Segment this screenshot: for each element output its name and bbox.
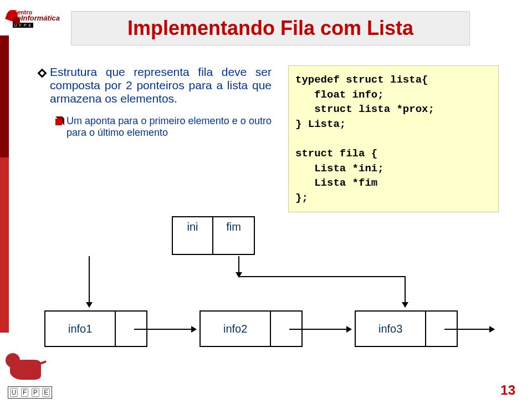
letter-u: U (10, 388, 18, 397)
arrow-fim-seg1 (238, 256, 239, 277)
node2-info: info2 (201, 312, 271, 346)
stripe-light (0, 157, 9, 333)
code-box: typedef struct lista{ float info; struct… (288, 65, 499, 212)
bullet-sub-text: Um aponta para o primeiro elemento e o o… (66, 115, 272, 139)
ufpe-letters: U F P E (8, 386, 52, 399)
fim-label: fim (226, 221, 241, 233)
cube-bullet-icon (55, 119, 62, 125)
diamond-bullet-icon (38, 69, 47, 78)
node1-info: info1 (45, 312, 116, 346)
bullet-main: Estrutura que representa fila deve ser c… (39, 65, 272, 105)
arrow-fim-seg2 (238, 276, 405, 277)
arrow-ini-down (89, 256, 90, 307)
node3-info: info3 (356, 312, 426, 346)
letter-e: E (42, 388, 50, 397)
list-node-3: info3 (355, 310, 458, 347)
stripe-dark (0, 35, 9, 157)
list-node-1: info1 (44, 310, 147, 347)
swirl-icon (4, 9, 11, 28)
arrow-node1-to-node2 (134, 329, 196, 330)
logo-text: Centro deInformática U F P E (13, 9, 60, 28)
arrow-node2-to-node3 (289, 329, 351, 330)
letter-f: F (21, 388, 28, 397)
queue-pointer-box: ini fim (172, 216, 255, 255)
arrow-node3-out (444, 329, 494, 330)
slide-title: Implementando Fila com Lista (127, 17, 413, 40)
logo-top: Centro deInformática U F P E (4, 4, 60, 32)
bullet-sub: Um aponta para o primeiro elemento e o o… (55, 115, 272, 139)
letter-p: P (32, 388, 39, 397)
page-number: 13 (500, 382, 515, 398)
ini-cell: ini (173, 217, 213, 254)
fim-cell: fim (213, 217, 254, 254)
slide-title-box: Implementando Fila com Lista (71, 11, 470, 45)
bullet-main-text: Estrutura que representa fila deve ser c… (50, 65, 272, 105)
ini-label: ini (187, 221, 198, 233)
list-node-2: info2 (200, 310, 303, 347)
left-column: Estrutura que representa fila deve ser c… (39, 65, 272, 212)
logo-bottom: U F P E (4, 351, 60, 404)
content-area: Estrutura que representa fila deve ser c… (39, 65, 515, 212)
lion-icon (4, 351, 49, 384)
arrow-fim-seg3 (405, 276, 406, 307)
